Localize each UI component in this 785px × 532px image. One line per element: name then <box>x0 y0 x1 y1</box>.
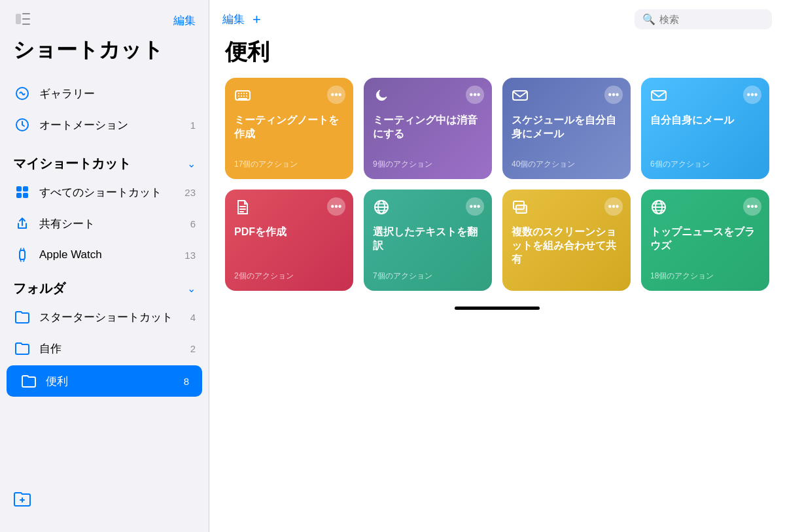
shortcut-card-translate[interactable]: ••• 選択したテキストを翻訳 7個のアクション <box>364 190 492 291</box>
folder-icon-starter <box>13 308 31 326</box>
shortcuts-grid: ••• ミーティングノートを作成 17個のアクション ••• ミーティング中は消… <box>209 78 785 307</box>
card-title-create-pdf: PDFを作成 <box>234 225 344 267</box>
card-more-button-create-pdf[interactable]: ••• <box>327 197 345 216</box>
sidebar-item-apple-watch-label: Apple Watch <box>39 248 183 261</box>
sidebar-item-automation-label: オートメーション <box>39 118 183 133</box>
sidebar-item-benri-label: 便利 <box>46 374 184 389</box>
sidebar-title: ショートカット <box>13 38 164 61</box>
svg-rect-3 <box>22 24 30 25</box>
shortcut-card-top-news[interactable]: ••• トップニュースをブラウズ 18個のアクション <box>641 190 769 291</box>
svg-rect-8 <box>16 193 22 198</box>
card-actions-translate: 7個のアクション <box>373 271 483 282</box>
svg-rect-7 <box>23 186 28 191</box>
svg-line-12 <box>24 248 24 250</box>
share-icon <box>13 214 31 233</box>
card-more-button-screenshots[interactable]: ••• <box>604 197 623 216</box>
sidebar-item-jisaku-badge: 2 <box>190 343 196 354</box>
sidebar-header: 編集 <box>0 0 209 36</box>
card-title-schedule-mail: スケジュールを自分自身にメール <box>512 114 621 155</box>
svg-rect-28 <box>652 91 666 100</box>
card-title-top-news: トップニュースをブラウズ <box>650 225 760 267</box>
card-actions-top-news: 18個のアクション <box>650 271 760 282</box>
sidebar-item-all-shortcuts-label: すべてのショートカット <box>39 185 183 200</box>
sidebar-item-starter-shortcuts[interactable]: スターターショートカット 4 <box>0 301 209 333</box>
shortcut-card-schedule-mail[interactable]: ••• スケジュールを自分自身にメール 40個のアクション <box>502 78 631 179</box>
svg-rect-0 <box>16 14 21 24</box>
sidebar-item-gallery-label: ギャラリー <box>39 86 183 101</box>
card-title-translate: 選択したテキストを翻訳 <box>373 225 483 267</box>
svg-rect-9 <box>23 193 28 198</box>
main-content: 編集 + 🔍 便利 ••• ミーティングノートを作成 17個のアクション •••… <box>209 0 785 532</box>
sidebar-toggle-button[interactable] <box>13 10 33 31</box>
sidebar-bottom <box>0 480 209 532</box>
sidebar-item-benri[interactable]: 便利 8 <box>7 365 202 397</box>
card-more-button-translate[interactable]: ••• <box>466 197 484 216</box>
card-title-self-mail: 自分自身にメール <box>650 114 760 155</box>
sidebar-item-gallery[interactable]: ギャラリー <box>0 78 209 109</box>
sidebar-item-starter-label: スターターショートカット <box>39 310 190 325</box>
folders-chevron[interactable]: ⌄ <box>187 282 196 295</box>
my-shortcuts-title: マイショートカット <box>13 155 187 173</box>
folders-section-header: フォルダ ⌄ <box>0 271 209 301</box>
card-actions-meeting-notes: 17個のアクション <box>234 159 344 170</box>
sidebar-item-shared-sheet-label: 共有シート <box>39 216 183 231</box>
shortcut-card-mute-meeting[interactable]: ••• ミーティング中は消音にする 9個のアクション <box>364 78 492 179</box>
card-actions-self-mail: 6個のアクション <box>650 159 760 170</box>
sidebar-item-shared-sheet-badge: 6 <box>183 218 196 229</box>
folders-items: スターターショートカット 4 自作 2 便利 8 <box>0 301 209 398</box>
sidebar-item-shared-sheet[interactable]: 共有シート 6 <box>0 208 209 239</box>
folders-title: フォルダ <box>13 280 187 297</box>
svg-rect-1 <box>22 13 30 14</box>
shortcut-card-create-pdf[interactable]: ••• PDFを作成 2個のアクション <box>225 190 353 291</box>
search-icon: 🔍 <box>642 13 655 25</box>
svg-rect-27 <box>513 91 527 100</box>
sidebar-item-apple-watch[interactable]: Apple Watch 13 <box>0 239 209 271</box>
svg-rect-38 <box>516 205 527 213</box>
svg-rect-6 <box>16 186 22 191</box>
folder-icon-benri <box>20 372 38 390</box>
card-title-meeting-notes: ミーティングノートを作成 <box>234 114 344 155</box>
my-shortcuts-section-header: マイショートカット ⌄ <box>0 146 209 176</box>
sidebar-navigation: ギャラリー オートメーション 1 <box>0 73 209 146</box>
svg-line-11 <box>20 248 21 250</box>
search-input[interactable] <box>659 14 764 25</box>
sidebar-edit-button[interactable]: 編集 <box>173 13 196 28</box>
gallery-icon <box>13 84 31 103</box>
sidebar-item-automation-badge: 1 <box>183 120 196 131</box>
card-more-button-meeting-notes[interactable]: ••• <box>327 86 345 104</box>
my-shortcuts-chevron[interactable]: ⌄ <box>187 158 196 170</box>
card-more-button-top-news[interactable]: ••• <box>743 197 761 216</box>
add-folder-button[interactable] <box>13 490 31 512</box>
sidebar-item-automation[interactable]: オートメーション 1 <box>0 109 209 141</box>
main-edit-button[interactable]: 編集 <box>222 12 245 27</box>
card-actions-schedule-mail: 40個のアクション <box>512 159 621 170</box>
watch-icon <box>13 246 31 264</box>
sidebar-item-starter-badge: 4 <box>190 312 196 323</box>
sidebar-item-apple-watch-badge: 13 <box>183 250 196 261</box>
main-add-button[interactable]: + <box>253 12 261 27</box>
sidebar-item-all-shortcuts-badge: 23 <box>183 187 196 198</box>
sidebar-item-benri-badge: 8 <box>184 376 189 387</box>
page-title: 便利 <box>209 35 785 78</box>
shortcut-card-screenshots[interactable]: ••• 複数のスクリーンショットを組み合わせて共有 <box>502 190 631 291</box>
card-title-screenshots: 複数のスクリーンショットを組み合わせて共有 <box>512 225 621 278</box>
sidebar-item-jisaku-label: 自作 <box>39 341 190 356</box>
card-more-button-self-mail[interactable]: ••• <box>743 86 761 104</box>
main-toolbar: 編集 + 🔍 <box>209 0 785 35</box>
svg-line-14 <box>24 259 24 261</box>
home-indicator <box>455 307 540 310</box>
sidebar-item-jisaku[interactable]: 自作 2 <box>0 333 209 364</box>
search-bar: 🔍 <box>635 9 772 29</box>
card-more-button-mute-meeting[interactable]: ••• <box>466 86 484 104</box>
my-shortcuts-items: すべてのショートカット 23 共有シート 6 <box>0 176 209 271</box>
svg-line-13 <box>20 259 21 261</box>
sidebar: 編集 ショートカット ギャラリー <box>0 0 209 532</box>
card-actions-mute-meeting: 9個のアクション <box>373 159 483 170</box>
card-actions-create-pdf: 2個のアクション <box>234 271 344 282</box>
card-more-button-schedule-mail[interactable]: ••• <box>604 86 623 104</box>
sidebar-item-all-shortcuts[interactable]: すべてのショートカット 23 <box>0 176 209 208</box>
grid-icon <box>13 183 31 201</box>
svg-rect-10 <box>20 250 25 259</box>
shortcut-card-meeting-notes[interactable]: ••• ミーティングノートを作成 17個のアクション <box>225 78 353 179</box>
shortcut-card-self-mail[interactable]: ••• 自分自身にメール 6個のアクション <box>641 78 769 179</box>
